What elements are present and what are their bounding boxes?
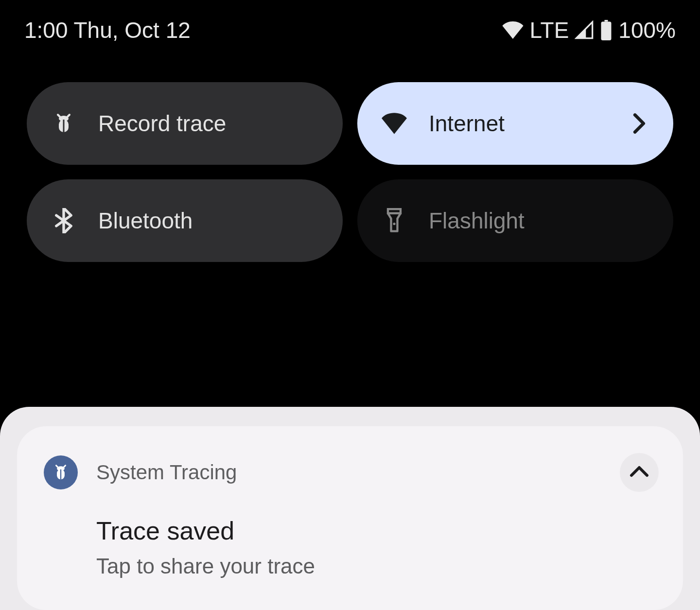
tile-label: Flashlight	[429, 208, 649, 234]
notification-subtitle: Tap to share your trace	[96, 554, 659, 578]
tile-bluetooth[interactable]: Bluetooth	[27, 179, 343, 262]
notification-title: Trace saved	[96, 516, 659, 545]
bug-icon	[51, 111, 76, 136]
notification-shade: System Tracing Trace saved Tap to share …	[0, 407, 700, 610]
status-bar: 1:00 Thu, Oct 12 LTE 100%	[0, 0, 700, 53]
wifi-status-icon	[502, 21, 524, 39]
svg-point-8	[393, 223, 395, 225]
tile-label: Bluetooth	[98, 208, 318, 234]
svg-line-5	[58, 115, 61, 118]
notification-body: Trace saved Tap to share your trace	[44, 492, 659, 578]
tile-record-trace[interactable]: Record trace	[27, 82, 343, 165]
signal-icon	[575, 20, 594, 40]
wifi-icon	[382, 111, 407, 136]
tile-internet[interactable]: Internet	[357, 82, 673, 165]
collapse-button[interactable]	[620, 453, 659, 492]
notification-app-name: System Tracing	[96, 461, 601, 484]
tile-label: Internet	[429, 110, 608, 137]
svg-line-12	[56, 466, 59, 468]
chevron-right-icon	[630, 114, 649, 133]
notification-card[interactable]: System Tracing Trace saved Tap to share …	[17, 426, 683, 610]
bluetooth-icon	[51, 208, 76, 233]
notification-header: System Tracing	[44, 453, 659, 492]
status-indicators: LTE 100%	[502, 17, 676, 43]
network-type: LTE	[529, 17, 569, 43]
chevron-up-icon	[630, 466, 649, 479]
notification-app-icon	[44, 455, 78, 489]
flashlight-icon	[382, 208, 407, 233]
tile-label: Record trace	[98, 110, 318, 137]
quick-settings-tiles: Record trace Internet Bluetooth	[0, 53, 700, 262]
svg-line-6	[67, 115, 70, 118]
battery-percent: 100%	[618, 17, 676, 43]
status-time-date: 1:00 Thu, Oct 12	[24, 17, 191, 43]
svg-rect-1	[601, 22, 612, 41]
battery-icon	[600, 20, 612, 40]
svg-line-13	[63, 466, 66, 468]
tile-flashlight[interactable]: Flashlight	[357, 179, 673, 262]
svg-rect-0	[605, 20, 608, 22]
